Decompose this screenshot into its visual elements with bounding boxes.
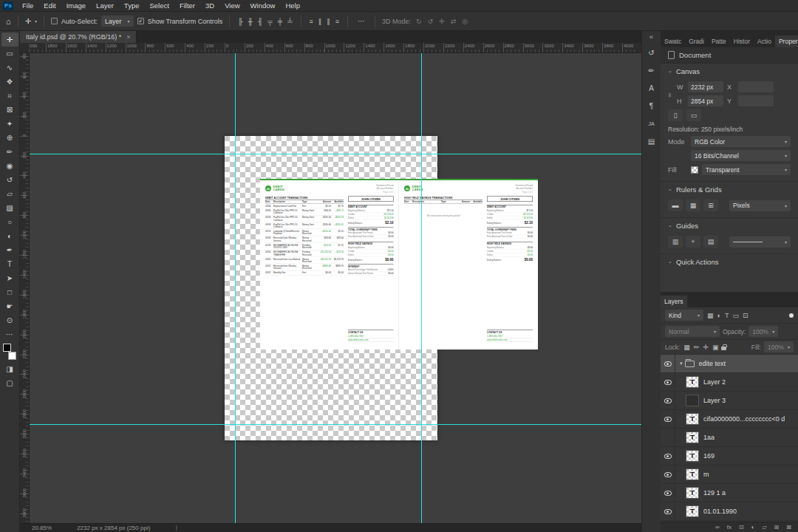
layer-row[interactable]: TLayer 2 [661, 373, 798, 392]
tab-properties[interactable]: Properties [775, 35, 798, 47]
align-left-icon[interactable]: ╟ [236, 16, 244, 27]
foreground-color-swatch[interactable] [3, 344, 11, 352]
libraries-panel-icon[interactable]: ▤ [644, 133, 660, 149]
tab-patte[interactable]: Patte [708, 35, 730, 47]
new-group-icon[interactable]: ▱ [761, 524, 767, 531]
color-mode-dropdown[interactable]: RGB Color ▾ [691, 136, 791, 147]
align-bottom-icon[interactable]: ╧ [286, 16, 293, 27]
tab-swatc[interactable]: Swatc [661, 35, 685, 47]
menu-edit[interactable]: Edit [38, 0, 61, 11]
frame-tool-icon[interactable]: ⊠ [1, 103, 18, 117]
eraser-tool-icon[interactable]: ▱ [1, 187, 18, 201]
path-selection-tool-icon[interactable]: ➤ [1, 271, 18, 285]
guide-vertical-1[interactable] [235, 53, 236, 523]
menu-filter[interactable]: Filter [174, 0, 200, 11]
toggle-rulers-icon[interactable]: ▬ [668, 200, 683, 211]
portrait-icon[interactable]: ▯ [668, 109, 683, 121]
paragraph-panel-icon[interactable]: ¶ [644, 98, 660, 114]
toggle-snap-icon[interactable]: ⊞ [703, 200, 718, 211]
layer-row[interactable]: T129 1 a [661, 484, 798, 502]
layer-row[interactable]: T169 [661, 447, 798, 466]
menu-help[interactable]: Help [280, 0, 305, 11]
visibility-toggle[interactable] [661, 429, 675, 446]
lock-all-icon[interactable] [721, 347, 726, 350]
auto-select-dropdown[interactable]: Layer ▾ [101, 16, 134, 27]
visibility-toggle[interactable] [661, 410, 675, 428]
tab-histor[interactable]: Histor [730, 35, 754, 47]
layer-effects-icon[interactable]: fx [726, 524, 732, 531]
layer-row[interactable]: ▾edite text [661, 355, 798, 373]
dodge-tool-icon[interactable]: ◐ [1, 229, 18, 243]
menu-3d[interactable]: 3D [200, 0, 219, 11]
screen-mode-icon[interactable]: ▢ [1, 376, 18, 390]
history-panel-icon[interactable]: ↺ [644, 44, 660, 61]
vertical-ruler[interactable]: 8006004002000200400600800100012001400160… [20, 53, 30, 523]
guide-horizontal-2[interactable] [30, 424, 641, 425]
more-options-icon[interactable]: ⋯ [355, 17, 368, 25]
eyedropper-tool-icon[interactable]: ✦ [1, 117, 18, 131]
color-swatches[interactable] [2, 344, 17, 360]
ruler-corner[interactable] [20, 43, 30, 52]
bit-depth-dropdown[interactable]: 16 Bits/Channel ▾ [691, 150, 791, 161]
tool-preset-caret-icon[interactable]: ▾ [35, 18, 37, 24]
canvas-section-header[interactable]: ⌄ Canvas [668, 64, 791, 78]
toggle-grid-icon[interactable]: ▦ [686, 200, 700, 211]
statement-layer[interactable]: db DEBIT CARDS Statement Period Acco [260, 179, 538, 349]
y-field[interactable] [738, 95, 774, 106]
filter-pixel-layers-icon[interactable]: ▦ [706, 312, 715, 319]
distribute-vertical-icon[interactable]: ≡ [308, 16, 315, 27]
tab-actio[interactable]: Actio [754, 35, 775, 47]
status-chevron-icon[interactable]: ⟩ [175, 525, 177, 531]
lock-transparency-icon[interactable]: ▦ [683, 344, 691, 351]
character-panel-icon[interactable]: A [644, 80, 660, 96]
tab-gradi[interactable]: Gradi [685, 35, 708, 47]
menu-type[interactable]: Type [119, 0, 145, 11]
visibility-toggle[interactable] [661, 392, 675, 409]
guide-style-dropdown[interactable]: ▾ [729, 236, 791, 248]
menu-layer[interactable]: Layer [91, 0, 119, 11]
expand-panels-icon[interactable]: « [649, 31, 653, 44]
lock-pixels-icon[interactable]: ✏ [693, 344, 700, 351]
3d-roll-icon[interactable]: ↺ [426, 16, 435, 27]
filter-adjustment-layers-icon[interactable]: ◐ [717, 312, 722, 319]
align-center-v-icon[interactable]: ╪ [276, 16, 284, 27]
visibility-toggle[interactable] [661, 355, 675, 372]
new-layer-icon[interactable]: ⊞ [774, 524, 780, 531]
quick-selection-tool-icon[interactable]: ❖ [1, 75, 18, 89]
distribute-heights-icon[interactable]: ≡ [334, 16, 341, 27]
guide-layout-icon[interactable]: ▥ [668, 236, 683, 248]
units-dropdown[interactable]: Pixels ▾ [729, 200, 791, 211]
brush-tool-icon[interactable]: ✏ [1, 145, 18, 159]
adjustment-layer-icon[interactable]: ◐ [751, 524, 756, 531]
guide-vertical-2[interactable] [421, 53, 422, 523]
marquee-tool-icon[interactable]: ▭ [1, 47, 18, 61]
layer-row[interactable]: T1aa [661, 429, 798, 447]
brush-settings-panel-icon[interactable]: ✏ [644, 62, 660, 78]
quick-actions-header[interactable]: ⌄ Quick Actions [668, 254, 791, 269]
filter-type-layers-icon[interactable]: T [724, 312, 730, 319]
rectangle-tool-icon[interactable]: □ [1, 285, 18, 299]
healing-brush-tool-icon[interactable]: ⊕ [1, 131, 18, 145]
lock-position-icon[interactable]: ✛ [702, 344, 709, 351]
filter-toggle-icon[interactable] [789, 313, 794, 318]
new-guide-icon[interactable]: + [686, 236, 700, 248]
clone-stamp-tool-icon[interactable]: ◉ [1, 159, 18, 173]
glyphs-panel-icon[interactable]: JA [644, 115, 660, 132]
3d-pan-icon[interactable]: ✛ [437, 16, 446, 27]
x-field[interactable] [738, 81, 774, 92]
menu-file[interactable]: File [17, 0, 38, 11]
link-dimensions-icon[interactable]: ∞ [666, 93, 673, 98]
canvas-viewport[interactable]: db DEBIT CARDS Statement Period Acco [30, 53, 641, 523]
3d-rotate-icon[interactable]: ↻ [415, 16, 423, 27]
document-tab[interactable]: Italy id.psd @ 20.7% (RGB/16) * × [20, 31, 137, 43]
close-icon[interactable]: × [126, 33, 130, 41]
lasso-tool-icon[interactable]: ∿ [1, 61, 18, 75]
visibility-toggle[interactable] [661, 447, 675, 465]
history-brush-tool-icon[interactable]: ↺ [1, 173, 18, 187]
filter-shape-layers-icon[interactable]: ▭ [732, 312, 740, 319]
menu-view[interactable]: View [219, 0, 245, 11]
3d-zoom-icon[interactable]: ◎ [460, 16, 469, 27]
auto-select-checkbox[interactable] [51, 18, 58, 24]
layer-row[interactable]: Tm [661, 466, 798, 484]
type-tool-icon[interactable]: T [1, 257, 18, 271]
